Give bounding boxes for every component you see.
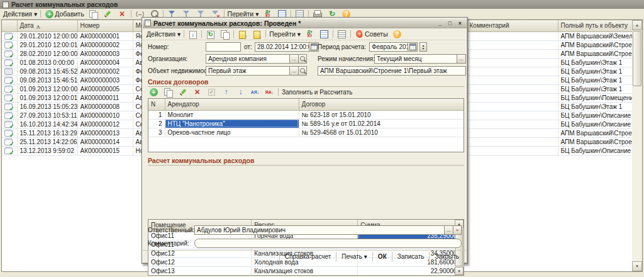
contract-finish-edit-button[interactable] (204, 88, 219, 97)
advice-button[interactable]: Советы (352, 30, 390, 39)
date-cell[interactable]: 29.01.2010 12:00:01 (17, 40, 77, 49)
n-cell[interactable]: 1 (148, 110, 165, 119)
date-cell[interactable]: 13.12.2013 9:59:02 (17, 146, 77, 155)
dialog-report-button[interactable] (317, 30, 331, 39)
calc-reference-button[interactable]: Справка-расчет (279, 252, 336, 262)
number-cell[interactable]: АК000000012 (77, 120, 133, 128)
amount-cell[interactable]: 22,900000 (358, 266, 464, 275)
comment-cell[interactable] (467, 84, 558, 93)
number-cell[interactable]: АК000000010 (77, 111, 133, 120)
comment-cell[interactable] (467, 31, 558, 40)
contract-cell[interactable]: № 529-4568 от 15.01.2010 (299, 128, 464, 137)
number-cell[interactable]: АК000000008 (77, 102, 133, 111)
tenant-cell[interactable]: НТЦ "Нанотроника" (165, 119, 299, 128)
contract-column-header[interactable]: Договор (299, 99, 464, 110)
comment-cell[interactable] (467, 58, 558, 67)
comment-cell[interactable] (467, 102, 558, 111)
status-cell[interactable] (2, 40, 17, 49)
n-cell[interactable]: 2 (148, 119, 165, 128)
tenant-cell[interactable]: Орехов-частное лицо (165, 128, 299, 137)
date-cell[interactable]: 28.02.2010 12:00:00 (17, 49, 77, 58)
status-cell[interactable] (2, 67, 17, 76)
date-cell[interactable]: 15.11.2013 16:13:29 (17, 128, 77, 137)
path-cell[interactable]: БЦ Бабушкин\Описание р... (558, 111, 632, 120)
contracts-toolbar-button[interactable] (278, 88, 279, 96)
status-cell[interactable] (2, 137, 17, 146)
repost-button[interactable] (203, 30, 218, 39)
path-cell[interactable]: АПМ Варшавский\Земель... (558, 31, 632, 40)
tenant-column-header[interactable]: Арендатор (165, 99, 299, 110)
comment-cell[interactable] (467, 128, 558, 137)
comment-cell[interactable] (467, 120, 558, 128)
date-cell[interactable]: 27.09.2013 10:53:11 (17, 111, 77, 120)
dialog-titlebar[interactable]: Расчет коммунальных расходов: Проведен *… (143, 18, 467, 28)
contract-add-copy-button[interactable] (161, 88, 175, 97)
contract-cell[interactable]: № 589-16 у.е от 01.02.2014 (299, 119, 464, 128)
comment-cell[interactable] (467, 76, 558, 84)
number-cell[interactable]: АК000000005 (77, 84, 133, 93)
comment-cell[interactable] (467, 111, 558, 120)
print-menu-button[interactable]: Печать ▾ (336, 252, 372, 262)
fill-and-calculate-button[interactable]: Заполнить и Рассчитать (280, 88, 354, 97)
dialog-help-button[interactable] (390, 30, 404, 39)
document-movements-button[interactable] (250, 30, 264, 39)
contract-cell[interactable]: № 623-18 от 15.01.2010 (299, 110, 464, 119)
status-cell[interactable] (2, 111, 17, 120)
dialog-toolbar-button[interactable] (201, 30, 202, 38)
comment-cell[interactable] (467, 49, 558, 58)
period-spinner[interactable]: ▲▼ (419, 42, 427, 52)
status-cell[interactable] (2, 102, 17, 111)
date-cell[interactable]: 29.01.2010 12:00:00 (17, 31, 77, 40)
path-cell[interactable]: АПМ Варшавский\Строен... (558, 128, 632, 137)
status-cell[interactable] (2, 128, 17, 137)
date-cell[interactable]: 01.09.2013 12:00:01 (17, 93, 77, 102)
edit-button[interactable] (101, 9, 115, 19)
subordination-structure-button[interactable] (235, 30, 250, 39)
path-cell[interactable]: БЦ Бабушкин\Этаж 1 (558, 84, 632, 93)
status-cell[interactable] (2, 120, 17, 128)
contract-row[interactable]: 2 НТЦ "Нанотроника" № 589-16 у.е от 01.0… (148, 119, 464, 128)
maximize-button[interactable]: □ (445, 19, 455, 27)
status-cell[interactable] (2, 49, 17, 58)
contract-move-down-button[interactable] (233, 88, 248, 97)
comment-column-header[interactable]: Комментарий (467, 20, 558, 31)
date-cell[interactable]: 25.11.2013 14:22:06 (17, 137, 77, 146)
contract-add-button[interactable] (147, 88, 161, 97)
date-cell[interactable]: 16.09.2013 15:05:23 (17, 102, 77, 111)
path-cell[interactable]: БЦ Бабушкин\Описание р... (558, 146, 632, 155)
ok-button[interactable]: ОК (372, 252, 392, 262)
number-cell[interactable]: АК000000003 (77, 76, 133, 84)
date-cell[interactable]: 16.10.2013 14:42:34 (17, 120, 77, 128)
minimize-button[interactable]: _ (435, 19, 445, 27)
comment-cell[interactable] (467, 137, 558, 146)
resource-cell[interactable]: Канализация стоков (252, 266, 358, 275)
toolbar-button[interactable] (40, 10, 41, 18)
path-cell[interactable]: АПМ Варшавский\Строен... (558, 137, 632, 146)
path-cell[interactable]: БЦ Бабушкин\Этаж 1 (558, 102, 632, 111)
status-cell[interactable] (2, 93, 17, 102)
date-cell[interactable]: 09.08.2013 15:46:51 (17, 76, 77, 84)
contract-delete-button[interactable] (190, 88, 204, 97)
contract-move-up-button[interactable] (219, 88, 233, 97)
calc-scroll-down-button[interactable]: ▼ (455, 267, 464, 275)
number-cell[interactable]: АК000000015 (77, 146, 133, 155)
path-cell[interactable]: БЦ Бабушкин\Этаж 1 (558, 58, 632, 67)
comment-cell[interactable] (467, 67, 558, 76)
scroll-up-button[interactable]: ▲ (632, 20, 642, 30)
write-button[interactable]: Записать (392, 252, 430, 262)
number-cell[interactable]: АК000000003 (77, 49, 133, 58)
scroll-thumb[interactable] (633, 31, 641, 86)
responsible-field[interactable]: Абдулов Юрий Владимирович (194, 225, 445, 235)
number-cell[interactable]: АК000000011 (77, 93, 133, 102)
scroll-down-button[interactable]: ▼ (632, 261, 642, 271)
actions-menu-button[interactable]: Действия ▾ (1, 9, 39, 19)
contract-sort-asc-button[interactable] (248, 88, 262, 97)
number-cell[interactable]: АК000000002 (77, 40, 133, 49)
dialog-postings-dtkt-button[interactable] (303, 30, 317, 39)
date-column-header[interactable]: Дата▲ (17, 20, 77, 31)
path-cell[interactable]: АПМ Варшавский\Строен... (558, 49, 632, 58)
dialog-toolbar-button[interactable] (265, 30, 266, 38)
mode-field[interactable]: Текущий месяц (374, 54, 457, 64)
object-open-button[interactable] (299, 66, 307, 76)
path-cell[interactable]: БЦ Бабушкин\Помещения... (558, 93, 632, 102)
